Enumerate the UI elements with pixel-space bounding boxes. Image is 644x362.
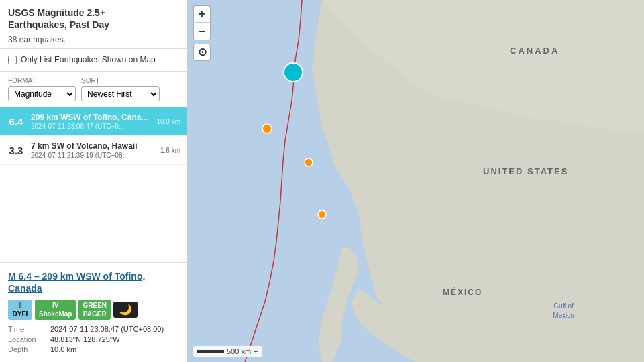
- svg-text:UNITED STATES: UNITED STATES: [483, 166, 568, 176]
- format-group: Format Magnitude Date/Time Depth: [8, 77, 76, 101]
- sort-label: Sort: [81, 77, 160, 84]
- depth-val: 10.0 km: [50, 345, 76, 353]
- detail-badges: II DYFI IV ShakeMap GREEN PAGER 🌙: [8, 300, 179, 320]
- shakemap-line1: IV: [52, 301, 58, 310]
- eq-time-2: 2024-07-11 21:39:19 (UTC+08...: [31, 152, 155, 159]
- pager-line2: PAGER: [83, 310, 107, 318]
- scale-plus: +: [254, 347, 258, 355]
- pager-line1: GREEN: [83, 301, 107, 310]
- map-container[interactable]: CANADA UNITED STATES MÉXICO Gulf of Mexi…: [188, 0, 644, 362]
- left-panel: USGS Magnitude 2.5+ Earthquakes, Past Da…: [0, 0, 188, 362]
- time-val: 2024-07-11 23:08:47 (UTC+08:00): [50, 325, 164, 333]
- eq-time-1: 2024-07-11 23:08:47 (UTC+0...: [31, 123, 151, 130]
- eq-magnitude-2: 3.3: [7, 145, 25, 156]
- earthquake-item-1[interactable]: 6.4 209 km WSW of Tofino, Cana... 2024-0…: [0, 107, 187, 136]
- detail-table: Time 2024-07-11 23:08:47 (UTC+08:00) Loc…: [8, 325, 179, 353]
- earthquake-marker-3: [305, 158, 313, 166]
- svg-text:Gulf of: Gulf of: [553, 302, 574, 310]
- earthquake-marker-1: [284, 63, 303, 82]
- detail-time-row: Time 2024-07-11 23:08:47 (UTC+08:00): [8, 325, 179, 333]
- filter-checkbox[interactable]: [8, 56, 17, 64]
- eq-location-1: 209 km WSW of Tofino, Cana...: [31, 113, 151, 122]
- eq-depth-2: 1.6 km: [160, 147, 180, 154]
- format-label: Format: [8, 77, 76, 84]
- svg-text:Mexico: Mexico: [553, 312, 574, 319]
- panel-title: USGS Magnitude 2.5+ Earthquakes, Past Da…: [8, 7, 179, 31]
- map-scale: 500 km +: [193, 346, 262, 357]
- map-controls: + − ⊙: [193, 5, 211, 61]
- dyfi-line1: II: [18, 301, 22, 310]
- earthquake-list: 6.4 209 km WSW of Tofino, Cana... 2024-0…: [0, 107, 187, 261]
- scale-label: 500 km: [227, 347, 251, 355]
- svg-text:MÉXICO: MÉXICO: [443, 287, 482, 297]
- time-key: Time: [8, 325, 45, 333]
- detail-title[interactable]: M 6.4 – 209 km WSW of Tofino, Canada: [8, 270, 179, 294]
- location-key: Location: [8, 335, 45, 343]
- dyfi-line2: DYFI: [13, 310, 28, 318]
- detail-location-row: Location 48.813°N 128.725°W: [8, 335, 179, 343]
- moon-icon: 🌙: [113, 302, 138, 318]
- zoom-out-button[interactable]: −: [193, 23, 211, 40]
- shakemap-badge[interactable]: IV ShakeMap: [35, 300, 76, 320]
- format-select[interactable]: Magnitude Date/Time Depth: [8, 86, 76, 101]
- pager-badge[interactable]: GREEN PAGER: [78, 300, 111, 320]
- earthquake-count: 38 earthquakes.: [8, 35, 179, 44]
- layer-button[interactable]: ⊙: [193, 44, 211, 61]
- zoom-controls: + −: [193, 5, 211, 40]
- filter-label[interactable]: Only List Earthquakes Shown on Map: [21, 54, 156, 66]
- svg-text:CANADA: CANADA: [510, 46, 559, 56]
- eq-location-2: 7 km SW of Volcano, Hawaii: [31, 141, 155, 151]
- map-svg: CANADA UNITED STATES MÉXICO Gulf of Mexi…: [188, 0, 644, 362]
- sort-select[interactable]: Newest First Oldest First Largest First …: [81, 86, 160, 101]
- eq-info-1: 209 km WSW of Tofino, Cana... 2024-07-11…: [31, 113, 151, 130]
- detail-panel: M 6.4 – 209 km WSW of Tofino, Canada II …: [0, 262, 187, 362]
- shakemap-line2: ShakeMap: [39, 310, 72, 318]
- sort-group: Sort Newest First Oldest First Largest F…: [81, 77, 160, 101]
- depth-key: Depth: [8, 345, 45, 353]
- eq-magnitude-1: 6.4: [7, 116, 25, 127]
- detail-depth-row: Depth 10.0 km: [8, 345, 179, 353]
- earthquake-marker-2: [262, 124, 272, 133]
- panel-header: USGS Magnitude 2.5+ Earthquakes, Past Da…: [0, 0, 187, 49]
- format-sort-row: Format Magnitude Date/Time Depth Sort Ne…: [0, 72, 187, 107]
- dyfi-badge[interactable]: II DYFI: [8, 300, 32, 320]
- scale-bar-line: [197, 350, 224, 353]
- eq-info-2: 7 km SW of Volcano, Hawaii 2024-07-11 21…: [31, 141, 155, 159]
- zoom-in-button[interactable]: +: [193, 5, 211, 23]
- earthquake-marker-4: [318, 210, 326, 219]
- location-val: 48.813°N 128.725°W: [50, 335, 120, 343]
- filter-row: Only List Earthquakes Shown on Map: [0, 49, 187, 72]
- earthquake-item-2[interactable]: 3.3 7 km SW of Volcano, Hawaii 2024-07-1…: [0, 136, 187, 165]
- eq-depth-1: 10.0 km: [156, 118, 180, 125]
